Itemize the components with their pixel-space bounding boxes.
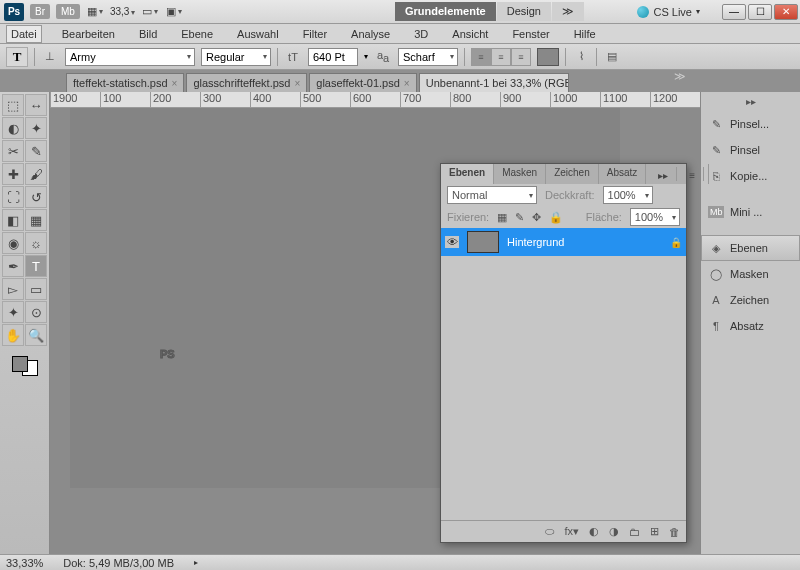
dock-collapse-button[interactable]: ▸▸ bbox=[701, 92, 800, 111]
move-tool[interactable]: ⬚ bbox=[2, 94, 24, 116]
menu-bild[interactable]: Bild bbox=[135, 26, 161, 42]
panel-tab-ebenen[interactable]: Ebenen bbox=[441, 164, 494, 184]
menu-auswahl[interactable]: Auswahl bbox=[233, 26, 283, 42]
new-group-icon[interactable]: 🗀 bbox=[629, 526, 640, 538]
visibility-toggle[interactable]: 👁 bbox=[445, 236, 459, 248]
dock-absatz[interactable]: ¶Absatz bbox=[701, 313, 800, 339]
eraser-tool[interactable]: ◧ bbox=[2, 209, 24, 231]
dock-kopie[interactable]: ⎘Kopie... bbox=[701, 163, 800, 189]
layer-row[interactable]: 👁 Hintergrund 🔒 bbox=[441, 228, 686, 256]
history-brush-tool[interactable]: ↺ bbox=[25, 186, 47, 208]
3d-tool[interactable]: ✦ bbox=[2, 301, 24, 323]
lasso-tool[interactable]: ◐ bbox=[2, 117, 24, 139]
zoom-tool[interactable]: 🔍 bbox=[25, 324, 47, 346]
workspace-more[interactable]: ≫ bbox=[552, 2, 584, 21]
warp-text-button[interactable]: ⌇ bbox=[572, 50, 590, 63]
doc-tab[interactable]: glaseffekt-01.psd× bbox=[309, 73, 416, 92]
font-family-select[interactable]: Army bbox=[65, 48, 195, 66]
layer-style-icon[interactable]: fx▾ bbox=[564, 525, 579, 538]
minibridge-button[interactable]: Mb bbox=[56, 4, 80, 19]
eyedropper-tool[interactable]: ✎ bbox=[25, 140, 47, 162]
align-center-button[interactable]: ≡ bbox=[491, 48, 511, 66]
align-left-button[interactable]: ≡ bbox=[471, 48, 491, 66]
dock-pinsel[interactable]: ✎Pinsel bbox=[701, 137, 800, 163]
hand-tool[interactable]: ✋ bbox=[2, 324, 24, 346]
gradient-tool[interactable]: ▦ bbox=[25, 209, 47, 231]
status-zoom[interactable]: 33,33% bbox=[6, 557, 43, 569]
color-swatches[interactable] bbox=[2, 347, 47, 381]
lock-move-icon[interactable]: ✥ bbox=[532, 211, 541, 224]
char-panel-button[interactable]: ▤ bbox=[603, 50, 621, 63]
brush-tool[interactable]: 🖌 bbox=[25, 163, 47, 185]
workspace-design[interactable]: Design bbox=[497, 2, 551, 21]
new-layer-icon[interactable]: ⊞ bbox=[650, 525, 659, 538]
layer-name[interactable]: Hintergrund bbox=[507, 236, 564, 248]
font-style-select[interactable]: Regular bbox=[201, 48, 271, 66]
dock-pinsel-preset[interactable]: ✎Pinsel... bbox=[701, 111, 800, 137]
panel-menu-icon[interactable]: ≡ bbox=[681, 167, 704, 181]
menu-bearbeiten[interactable]: Bearbeiten bbox=[58, 26, 119, 42]
doc-tab-active[interactable]: Unbenannt-1 bei 33,3% (RGB/8) *× bbox=[419, 73, 569, 92]
pen-tool[interactable]: ✒ bbox=[2, 255, 24, 277]
font-size-field[interactable]: 640 Pt bbox=[308, 48, 358, 66]
path-select-tool[interactable]: ▻ bbox=[2, 278, 24, 300]
shape-tool[interactable]: ▭ bbox=[25, 278, 47, 300]
menu-datei[interactable]: Datei bbox=[6, 25, 42, 43]
blur-tool[interactable]: ◉ bbox=[2, 232, 24, 254]
status-doc-info[interactable]: Dok: 5,49 MB/3,00 MB bbox=[63, 557, 174, 569]
link-layers-icon[interactable]: ⬭ bbox=[545, 525, 554, 538]
heal-tool[interactable]: ✚ bbox=[2, 163, 24, 185]
layer-thumbnail[interactable] bbox=[467, 231, 499, 253]
workspace-grundelemente[interactable]: Grundelemente bbox=[395, 2, 496, 21]
move-tool[interactable]: ↔ bbox=[25, 94, 47, 116]
arrange-dropdown[interactable]: ▭ bbox=[141, 4, 159, 20]
lock-position-icon[interactable]: ✎ bbox=[515, 211, 524, 224]
panel-collapse-icon[interactable]: ▸▸ bbox=[650, 167, 677, 181]
opacity-field[interactable]: 100% bbox=[603, 186, 653, 204]
menu-analyse[interactable]: Analyse bbox=[347, 26, 394, 42]
orientation-button[interactable]: ⊥ bbox=[41, 50, 59, 63]
minimize-button[interactable]: — bbox=[722, 4, 746, 20]
zoom-dropdown[interactable]: 33,3 bbox=[110, 6, 135, 17]
menu-hilfe[interactable]: Hilfe bbox=[570, 26, 600, 42]
dodge-tool[interactable]: ☼ bbox=[25, 232, 47, 254]
panel-tab-masken[interactable]: Masken bbox=[494, 164, 546, 184]
close-button[interactable]: ✕ bbox=[774, 4, 798, 20]
lock-pixels-icon[interactable]: ▦ bbox=[497, 211, 507, 224]
menu-3d[interactable]: 3D bbox=[410, 26, 432, 42]
cs-live-button[interactable]: CS Live ▾ bbox=[637, 6, 700, 18]
align-right-button[interactable]: ≡ bbox=[511, 48, 531, 66]
menu-ansicht[interactable]: Ansicht bbox=[448, 26, 492, 42]
text-color-swatch[interactable] bbox=[537, 48, 559, 66]
dock-masken[interactable]: ◯Masken bbox=[701, 261, 800, 287]
antialias-select[interactable]: Scharf bbox=[398, 48, 458, 66]
3d-camera-tool[interactable]: ⊙ bbox=[25, 301, 47, 323]
menu-filter[interactable]: Filter bbox=[299, 26, 331, 42]
layer-mask-icon[interactable]: ◐ bbox=[589, 525, 599, 538]
dock-zeichen[interactable]: AZeichen bbox=[701, 287, 800, 313]
dock-mini[interactable]: MbMini ... bbox=[701, 199, 800, 225]
panel-tab-absatz[interactable]: Absatz bbox=[599, 164, 647, 184]
screen-mode-dropdown[interactable]: ▣ bbox=[165, 4, 183, 20]
delete-layer-icon[interactable]: 🗑 bbox=[669, 526, 680, 538]
close-tab-icon[interactable]: × bbox=[294, 78, 300, 89]
wand-tool[interactable]: ✦ bbox=[25, 117, 47, 139]
type-tool[interactable]: T bbox=[25, 255, 47, 277]
bridge-button[interactable]: Br bbox=[30, 4, 50, 19]
dock-ebenen[interactable]: ◈Ebenen bbox=[701, 235, 800, 261]
close-tab-icon[interactable]: × bbox=[404, 78, 410, 89]
adjustment-layer-icon[interactable]: ◑ bbox=[609, 525, 619, 538]
maximize-button[interactable]: ☐ bbox=[748, 4, 772, 20]
doc-tab[interactable]: glasschrifteffekt.psd× bbox=[186, 73, 307, 92]
menu-ebene[interactable]: Ebene bbox=[177, 26, 217, 42]
tabs-overflow-button[interactable]: ≫ bbox=[674, 70, 686, 83]
panel-tab-zeichen[interactable]: Zeichen bbox=[546, 164, 599, 184]
doc-tab[interactable]: fteffekt-statisch.psd× bbox=[66, 73, 184, 92]
tool-preset-picker[interactable]: T bbox=[6, 47, 28, 67]
layers-panel[interactable]: Ebenen Masken Zeichen Absatz ▸▸≡ Normal … bbox=[440, 163, 687, 543]
stamp-tool[interactable]: ⛶ bbox=[2, 186, 24, 208]
close-tab-icon[interactable]: × bbox=[172, 78, 178, 89]
blend-mode-select[interactable]: Normal bbox=[447, 186, 537, 204]
lock-all-icon[interactable]: 🔒 bbox=[549, 211, 563, 224]
menu-fenster[interactable]: Fenster bbox=[508, 26, 553, 42]
